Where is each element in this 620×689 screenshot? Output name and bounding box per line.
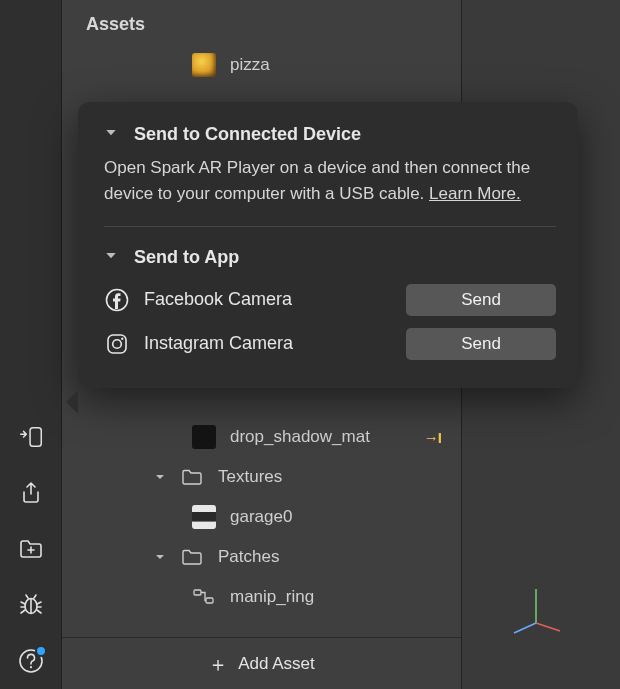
svg-line-8	[514, 623, 536, 633]
patch-icon	[192, 585, 216, 609]
folder-textures[interactable]: Textures	[62, 457, 461, 497]
left-rail	[0, 0, 62, 689]
send-row-instagram: Instagram Camera Send	[104, 322, 556, 366]
chevron-down-icon	[104, 247, 118, 268]
send-popover: Send to Connected Device Open Spark AR P…	[78, 102, 578, 388]
bug-icon[interactable]	[17, 591, 45, 619]
svg-rect-5	[206, 598, 213, 603]
folder-icon	[180, 545, 204, 569]
notification-badge	[35, 645, 47, 657]
svg-rect-0	[30, 428, 41, 447]
send-button-instagram[interactable]: Send	[406, 328, 556, 360]
warning-indicator-icon: →I	[424, 429, 449, 446]
asset-item-manip-ring[interactable]: manip_ring	[62, 577, 461, 617]
panel-header: Assets	[62, 0, 461, 45]
share-icon[interactable]	[17, 479, 45, 507]
asset-label: garage0	[230, 507, 449, 527]
svg-point-11	[113, 339, 122, 348]
axis-gizmo-icon	[510, 583, 562, 635]
asset-label: manip_ring	[230, 587, 449, 607]
asset-label: pizza	[230, 55, 449, 75]
rail-icon-list	[0, 423, 61, 681]
svg-rect-4	[194, 590, 201, 595]
texture-thumbnail-icon	[192, 53, 216, 77]
popover-title-send-to-app: Send to App	[134, 247, 239, 268]
folder-icon	[180, 465, 204, 489]
svg-point-12	[121, 337, 123, 339]
popover-title-connected-device: Send to Connected Device	[134, 124, 361, 145]
popover-section-connected-device[interactable]: Send to Connected Device	[104, 124, 556, 145]
asset-item-drop-shadow-mat[interactable]: drop_shadow_mat →I	[62, 417, 461, 457]
asset-label: drop_shadow_mat	[230, 427, 424, 447]
popover-section-send-to-app[interactable]: Send to App	[104, 247, 556, 268]
help-icon[interactable]	[17, 647, 45, 675]
send-to-device-icon[interactable]	[17, 423, 45, 451]
send-button-facebook[interactable]: Send	[406, 284, 556, 316]
learn-more-link[interactable]: Learn More.	[429, 184, 521, 203]
chevron-down-icon	[152, 549, 168, 565]
send-row-facebook: Facebook Camera Send	[104, 278, 556, 322]
panel-title: Assets	[86, 14, 437, 35]
folder-label: Patches	[218, 547, 449, 567]
send-row-label: Instagram Camera	[144, 333, 392, 354]
asset-item-garage0[interactable]: garage0	[62, 497, 461, 537]
texture-thumbnail-icon	[192, 505, 216, 529]
chevron-down-icon	[152, 469, 168, 485]
add-asset-label: Add Asset	[238, 654, 315, 674]
add-asset-button[interactable]: ＋ Add Asset	[62, 637, 461, 689]
plus-icon: ＋	[208, 654, 228, 674]
folder-patches[interactable]: Patches	[62, 537, 461, 577]
svg-point-3	[29, 666, 31, 668]
folder-label: Textures	[218, 467, 449, 487]
material-thumbnail-icon	[192, 425, 216, 449]
chevron-down-icon	[104, 124, 118, 145]
send-row-label: Facebook Camera	[144, 289, 392, 310]
svg-line-7	[536, 623, 560, 631]
add-folder-icon[interactable]	[17, 535, 45, 563]
facebook-icon	[104, 287, 130, 313]
svg-rect-10	[108, 335, 126, 353]
popover-body: Open Spark AR Player on a device and the…	[104, 155, 556, 208]
instagram-icon	[104, 331, 130, 357]
divider	[104, 226, 556, 227]
asset-item-pizza[interactable]: pizza	[62, 45, 461, 85]
